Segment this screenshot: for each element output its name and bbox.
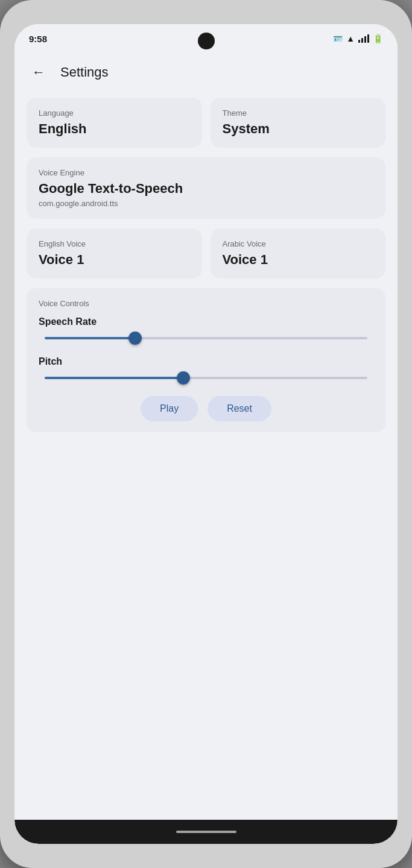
arabic-voice-value: Voice 1 <box>223 252 374 268</box>
control-buttons: Play Reset <box>39 396 373 421</box>
theme-value: System <box>223 121 374 137</box>
speech-rate-label: Speech Rate <box>39 316 373 327</box>
speech-rate-container: Speech Rate <box>39 316 373 344</box>
battery-icon: 🔋 <box>373 34 383 43</box>
pitch-slider[interactable] <box>45 372 367 384</box>
status-time: 9:58 <box>29 34 47 44</box>
status-icons: 🪪 ▲ 🔋 <box>333 34 383 43</box>
voice-engine-name: Google Text-to-Speech <box>39 181 373 197</box>
english-voice-value: Voice 1 <box>39 252 190 268</box>
back-arrow-icon: ← <box>32 64 45 80</box>
theme-label: Theme <box>223 108 374 118</box>
language-card[interactable]: Language English <box>27 98 202 148</box>
arabic-voice-label: Arabic Voice <box>223 239 374 248</box>
language-theme-row: Language English Theme System <box>27 98 385 148</box>
phone-frame: 9:58 🪪 ▲ 🔋 ← Setti <box>0 0 412 868</box>
pitch-container: Pitch <box>39 356 373 384</box>
app-bar: ← Settings <box>14 53 398 92</box>
voice-engine-package: com.google.android.tts <box>39 199 373 208</box>
english-voice-card[interactable]: English Voice Voice 1 <box>27 228 202 278</box>
page-title: Settings <box>60 64 109 80</box>
voice-controls-label: Voice Controls <box>39 299 373 308</box>
main-content: Language English Theme System Voice Engi… <box>14 92 398 820</box>
reset-button[interactable]: Reset <box>208 396 271 421</box>
signal-icon <box>358 34 369 43</box>
home-indicator <box>176 831 236 833</box>
english-voice-label: English Voice <box>39 239 190 248</box>
play-button[interactable]: Play <box>141 396 198 421</box>
pitch-thumb[interactable] <box>177 371 190 385</box>
speech-rate-slider[interactable] <box>45 332 367 344</box>
voice-controls-card: Voice Controls Speech Rate Pitch <box>27 288 385 432</box>
theme-card[interactable]: Theme System <box>211 98 386 148</box>
voice-row: English Voice Voice 1 Arabic Voice Voice… <box>27 228 385 278</box>
voice-engine-label: Voice Engine <box>39 168 373 177</box>
camera-notch <box>198 33 215 49</box>
wifi-icon: ▲ <box>346 34 355 43</box>
phone-screen: 9:58 🪪 ▲ 🔋 ← Setti <box>14 24 398 844</box>
language-value: English <box>39 121 190 137</box>
pitch-track-fill <box>45 377 183 379</box>
back-button[interactable]: ← <box>27 60 51 84</box>
pitch-label: Pitch <box>39 356 373 367</box>
bottom-bar <box>14 820 398 844</box>
sim-icon: 🪪 <box>333 34 343 43</box>
speech-rate-track-fill <box>45 337 135 339</box>
arabic-voice-card[interactable]: Arabic Voice Voice 1 <box>211 228 386 278</box>
language-label: Language <box>39 108 190 118</box>
speech-rate-thumb[interactable] <box>128 332 142 345</box>
voice-engine-card[interactable]: Voice Engine Google Text-to-Speech com.g… <box>27 157 385 219</box>
